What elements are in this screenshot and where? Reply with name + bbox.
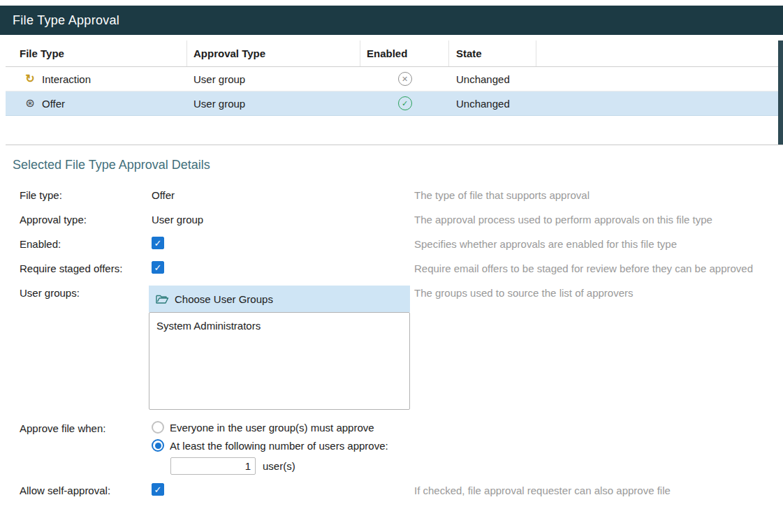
everyone-radio-label: Everyone in the user group(s) must appro… [170,422,374,434]
require-staged-description: Require email offers to be staged for re… [414,261,783,274]
self-approval-description: If checked, file approval requester can … [414,483,783,496]
approver-count-input[interactable] [170,457,256,475]
approval-type-cell: User group [187,67,360,91]
table-row-offer[interactable]: ⊛ Offer User group ✓ Unchanged [6,91,783,116]
column-header-enabled: Enabled [360,40,449,66]
user-groups-label: User groups: [13,286,149,299]
approval-type-cell: User group [187,91,360,115]
column-header-filler [536,40,783,66]
open-folder-icon [156,294,169,304]
field-row-require-staged: Require staged offers: ✓ Require email o… [13,261,783,274]
approval-type-value: User group [152,212,414,226]
table-scrollbar[interactable] [778,40,783,145]
page-header: File Type Approval [0,6,783,35]
field-row-approve-when: Approve file when: Everyone in the user … [13,421,783,475]
approval-type-description: The approval process used to perform app… [414,212,783,226]
approval-type-label: Approval type: [13,212,149,226]
field-row-file-type: File type: Offer The type of file that s… [13,188,783,201]
at-least-radio[interactable] [152,439,164,452]
choose-user-groups-button[interactable]: Choose User Groups [149,286,410,312]
file-type-table: File Type Approval Type Enabled State ↻ … [6,40,783,145]
page-title: File Type Approval [13,13,119,28]
approver-count-row: user(s) [170,457,414,475]
enabled-label: Enabled: [13,237,149,250]
details-title: Selected File Type Approval Details [13,158,783,172]
approve-when-option-at-least: At least the following number of users a… [152,439,414,452]
column-header-approval-type: Approval Type [187,40,360,66]
field-row-enabled: Enabled: ✓ Specifies whether approvals a… [13,237,783,250]
approver-count-suffix: user(s) [263,460,295,472]
table-row-interaction[interactable]: ↻ Interaction User group ✕ Unchanged [6,67,783,91]
approve-when-label: Approve file when: [13,421,149,434]
self-approval-label: Allow self-approval: [13,483,149,496]
choose-user-groups-label: Choose User Groups [175,293,273,305]
at-least-radio-label: At least the following number of users a… [170,440,388,452]
everyone-radio[interactable] [152,421,164,434]
file-type-description: The type of file that supports approval [414,188,783,201]
field-row-self-approval: Allow self-approval: ✓ If checked, file … [13,483,783,496]
self-approval-checkbox[interactable]: ✓ [152,483,164,496]
details-panel: Selected File Type Approval Details File… [0,145,783,496]
user-groups-description: The groups used to source the list of ap… [414,286,783,299]
enabled-description: Specifies whether approvals are enabled … [414,237,783,250]
column-header-state: State [449,40,536,66]
table-header-row: File Type Approval Type Enabled State [6,40,783,67]
enabled-status-icon: ✓ [398,96,412,110]
offer-file-type-icon: ⊛ [24,98,36,109]
column-header-file-type: File Type [6,40,187,66]
require-staged-label: Require staged offers: [13,261,149,274]
file-type-cell: Offer [42,98,65,110]
state-cell: Unchanged [449,91,536,115]
file-type-value: Offer [152,188,414,201]
field-row-user-groups: User groups: Choose User Groups System A… [13,286,783,410]
enabled-checkbox[interactable]: ✓ [152,237,164,249]
file-type-label: File type: [13,188,149,201]
interaction-file-type-icon: ↻ [24,73,36,84]
disabled-status-icon: ✕ [398,72,412,86]
state-cell: Unchanged [449,67,536,91]
file-type-cell: Interaction [42,73,91,85]
field-row-approval-type: Approval type: User group The approval p… [13,212,783,226]
approve-when-option-everyone: Everyone in the user group(s) must appro… [152,421,414,434]
user-groups-listbox[interactable]: System Administrators [149,312,410,410]
user-group-list-item[interactable]: System Administrators [149,313,409,332]
require-staged-checkbox[interactable]: ✓ [152,261,164,274]
